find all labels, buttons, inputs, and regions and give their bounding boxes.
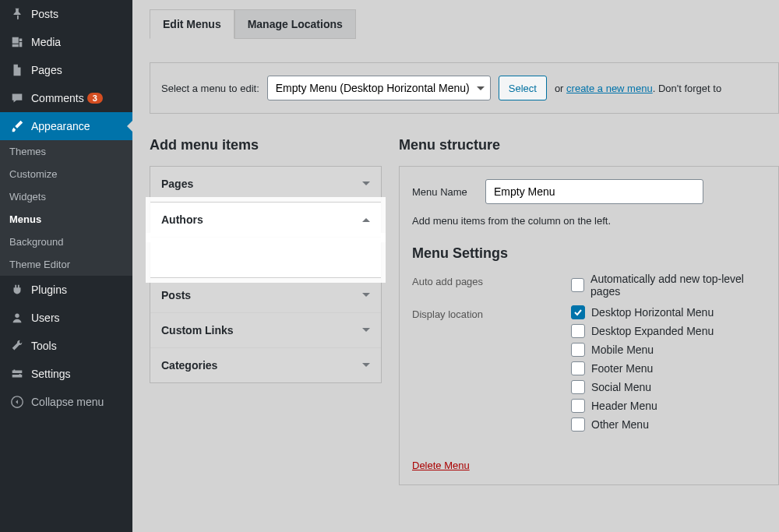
tab-edit-menus[interactable]: Edit Menus	[150, 9, 234, 39]
loc-header[interactable]: Header Menu	[571, 399, 714, 413]
structure-heading: Menu structure	[399, 137, 779, 153]
acc-categories[interactable]: Categories	[150, 348, 381, 382]
select-bar-label: Select a menu to edit:	[161, 83, 259, 94]
auto-add-label: Auto add pages	[412, 273, 560, 287]
comments-count-badge: 3	[87, 93, 103, 104]
loc-footer[interactable]: Footer Menu	[571, 361, 714, 375]
add-items-heading: Add menu items	[150, 137, 382, 153]
sidebar-item-tools[interactable]: Tools	[0, 332, 132, 360]
acc-pages[interactable]: Pages	[150, 167, 381, 202]
checkbox-icon	[571, 278, 584, 292]
brush-icon	[9, 118, 25, 134]
add-items-column: Add menu items Pages Authors Posts Custo…	[150, 137, 382, 485]
auto-add-option-label: Automatically add new top-level pages	[590, 273, 766, 298]
chevron-down-icon	[362, 181, 370, 189]
checkbox-icon	[571, 380, 585, 394]
sidebar-sub-menus[interactable]: Menus	[0, 208, 132, 231]
sidebar-submenu: Themes Customize Widgets Menus Backgroun…	[0, 140, 132, 276]
chevron-down-icon	[362, 328, 370, 336]
loc-label: Header Menu	[591, 400, 657, 412]
select-button[interactable]: Select	[499, 76, 547, 100]
acc-categories-label: Categories	[161, 359, 217, 372]
sidebar-sub-customize[interactable]: Customize	[0, 163, 132, 185]
media-icon	[9, 34, 25, 50]
thumbtack-icon	[9, 6, 25, 22]
loc-mobile[interactable]: Mobile Menu	[571, 343, 714, 357]
loc-label: Other Menu	[591, 418, 649, 431]
sidebar-item-label: Users	[31, 312, 60, 324]
loc-social[interactable]: Social Menu	[571, 380, 714, 394]
or-text: or	[555, 83, 564, 94]
user-icon	[9, 310, 25, 326]
sidebar-item-label: Media	[31, 36, 61, 48]
menu-select-dropdown[interactable]: Empty Menu (Desktop Horizontal Menu)	[267, 76, 491, 100]
collapse-icon	[9, 394, 25, 410]
comment-icon	[9, 90, 25, 106]
sidebar-collapse[interactable]: Collapse menu	[0, 388, 132, 416]
menu-settings-heading: Menu Settings	[412, 245, 766, 262]
loc-label: Desktop Expanded Menu	[591, 325, 714, 337]
collapse-label: Collapse menu	[31, 396, 104, 408]
create-new-menu-link[interactable]: create a new menu	[566, 83, 653, 94]
svg-point-0	[15, 314, 19, 318]
sidebar-item-label: Pages	[31, 64, 62, 76]
sidebar-sub-themes[interactable]: Themes	[0, 140, 132, 163]
chevron-down-icon	[362, 363, 370, 371]
sidebar-item-settings[interactable]: Settings	[0, 360, 132, 388]
checkbox-icon	[571, 399, 585, 413]
chevron-down-icon	[362, 293, 370, 301]
sidebar-item-appearance[interactable]: Appearance	[0, 112, 132, 140]
sidebar-sub-theme-editor[interactable]: Theme Editor	[0, 253, 132, 276]
sidebar-item-label: Plugins	[31, 284, 67, 296]
acc-authors[interactable]: Authors	[150, 202, 381, 238]
acc-posts[interactable]: Posts	[150, 278, 381, 313]
loc-other[interactable]: Other Menu	[571, 417, 714, 432]
delete-menu-link[interactable]: Delete Menu	[412, 460, 470, 471]
sidebar-item-media[interactable]: Media	[0, 28, 132, 56]
sidebar-item-comments[interactable]: Comments 3	[0, 84, 132, 112]
sidebar-item-label: Comments	[31, 92, 84, 104]
auto-add-checkbox-item[interactable]: Automatically add new top-level pages	[571, 273, 766, 298]
loc-label: Footer Menu	[591, 362, 653, 375]
acc-pages-label: Pages	[161, 178, 193, 190]
loc-label: Social Menu	[591, 381, 651, 393]
loc-label: Mobile Menu	[591, 344, 654, 356]
structure-hint: Add menu items from the column on the le…	[412, 215, 766, 227]
admin-sidebar: Posts Media Pages Comments 3 Appearance …	[0, 0, 132, 532]
sidebar-item-plugins[interactable]: Plugins	[0, 276, 132, 304]
sidebar-sub-widgets[interactable]: Widgets	[0, 185, 132, 208]
acc-custom-links-label: Custom Links	[161, 324, 234, 336]
loc-desktop-expanded[interactable]: Desktop Expanded Menu	[571, 324, 714, 338]
display-location-label: Display location	[412, 305, 560, 320]
checkbox-icon	[571, 305, 585, 319]
structure-box: Menu Name Add menu items from the column…	[399, 166, 779, 485]
location-checklist: Desktop Horizontal Menu Desktop Expanded…	[571, 305, 714, 432]
chevron-up-icon	[362, 214, 370, 222]
sidebar-sub-background[interactable]: Background	[0, 231, 132, 253]
main-content: Edit Menus Manage Locations Select a men…	[132, 0, 779, 532]
tabs: Edit Menus Manage Locations	[150, 0, 779, 39]
sidebar-item-label: Settings	[31, 368, 71, 380]
sidebar-item-pages[interactable]: Pages	[0, 56, 132, 84]
settings-icon	[9, 366, 25, 382]
loc-desktop-horizontal[interactable]: Desktop Horizontal Menu	[571, 305, 714, 319]
checkbox-icon	[571, 324, 585, 338]
sidebar-item-label: Appearance	[31, 120, 90, 132]
menu-select-bar: Select a menu to edit: Empty Menu (Deskt…	[150, 62, 779, 114]
checkbox-icon	[571, 361, 585, 375]
add-items-accordion: Pages Authors Posts Custom Links Ca	[150, 166, 382, 383]
acc-custom-links[interactable]: Custom Links	[150, 313, 381, 348]
checkbox-icon	[571, 417, 585, 432]
menu-name-input[interactable]	[485, 179, 703, 204]
menu-name-label: Menu Name	[412, 186, 474, 198]
loc-label: Desktop Horizontal Menu	[591, 306, 714, 319]
sidebar-item-label: Tools	[31, 340, 57, 352]
sidebar-item-posts[interactable]: Posts	[0, 0, 132, 28]
structure-column: Menu structure Menu Name Add menu items …	[399, 137, 779, 485]
wrench-icon	[9, 338, 25, 354]
plug-icon	[9, 282, 25, 298]
sidebar-item-users[interactable]: Users	[0, 304, 132, 332]
acc-posts-label: Posts	[161, 289, 191, 301]
sidebar-item-label: Posts	[31, 8, 58, 20]
tab-manage-locations[interactable]: Manage Locations	[234, 9, 356, 39]
